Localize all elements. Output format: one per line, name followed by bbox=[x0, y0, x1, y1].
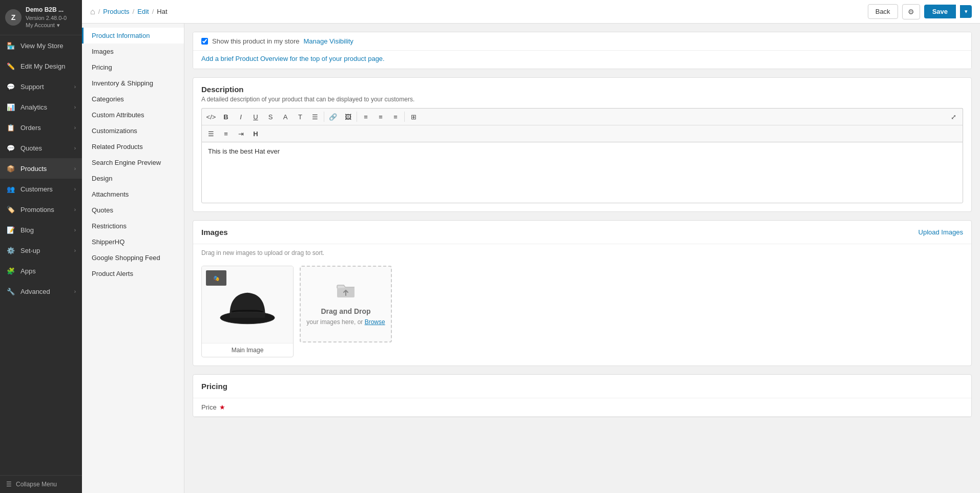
sidebar-item-label-products: Products bbox=[20, 165, 47, 173]
toolbar-separator-1 bbox=[324, 112, 324, 122]
back-button[interactable]: Back bbox=[868, 4, 898, 19]
left-nav-item-categories[interactable]: Categories bbox=[82, 91, 184, 107]
sidebar-item-support[interactable]: 💬Support› bbox=[0, 76, 82, 97]
promotions-icon: 🏷️ bbox=[6, 205, 15, 214]
left-nav-item-custom-attributes[interactable]: Custom Attributes bbox=[82, 107, 184, 123]
toolbar-image-btn[interactable]: 🖼 bbox=[341, 110, 355, 123]
toolbar-font-color-btn[interactable]: A bbox=[278, 110, 293, 123]
customers-icon: 👥 bbox=[6, 184, 15, 194]
support-icon: 💬 bbox=[6, 82, 15, 91]
product-overview-link[interactable]: Add a brief Product Overview for the top… bbox=[201, 55, 385, 62]
left-nav-item-pricing[interactable]: Pricing bbox=[82, 59, 184, 75]
orders-icon: 📋 bbox=[6, 123, 15, 132]
drag-drop-zone[interactable]: Drag and Drop your images here, or Brows… bbox=[300, 266, 392, 342]
sidebar-item-analytics[interactable]: 📊Analytics› bbox=[0, 97, 82, 117]
toolbar-align-left-btn[interactable]: ≡ bbox=[359, 110, 373, 123]
left-nav-panel: Product InformationImagesPricingInventor… bbox=[82, 24, 184, 493]
sidebar-item-apps[interactable]: 🧩Apps bbox=[0, 261, 82, 281]
show-in-store-checkbox[interactable] bbox=[201, 38, 208, 45]
toolbar-heading-btn[interactable]: H bbox=[248, 127, 263, 140]
toolbar-separator-3 bbox=[404, 112, 405, 122]
products-icon: 📦 bbox=[6, 164, 15, 173]
toolbar-underline-btn[interactable]: U bbox=[248, 110, 263, 123]
topbar-actions: Back ⚙ Save ▾ bbox=[868, 4, 972, 19]
chevron-icon-customers: › bbox=[74, 186, 76, 192]
sidebar-item-products[interactable]: 📦Products› bbox=[0, 158, 82, 179]
toolbar-ul-btn[interactable]: ☰ bbox=[204, 127, 218, 140]
editor-toolbar: </> B I U S A T ☰ 🔗 🖼 ≡ ≡ ≡ bbox=[201, 108, 963, 142]
description-subtitle: A detailed description of your product t… bbox=[193, 96, 971, 108]
images-header: Images Upload Images bbox=[193, 221, 971, 244]
toolbar-italic-btn[interactable]: I bbox=[234, 110, 248, 123]
toolbar-fullscreen-btn[interactable]: ⤢ bbox=[946, 110, 961, 123]
toolbar-code-btn[interactable]: </> bbox=[204, 110, 218, 123]
toolbar-strike-btn[interactable]: S bbox=[263, 110, 278, 123]
setup-icon: ⚙️ bbox=[6, 246, 15, 255]
toolbar-text-format-btn[interactable]: T bbox=[293, 110, 307, 123]
price-row: Price ★ bbox=[193, 398, 971, 417]
left-nav-item-design[interactable]: Design bbox=[82, 170, 184, 186]
chevron-icon-support: › bbox=[74, 84, 76, 90]
collapse-menu-button[interactable]: ☰ Collapse Menu bbox=[0, 475, 82, 493]
home-icon[interactable]: ⌂ bbox=[90, 7, 95, 16]
toolbar-align-center-btn[interactable]: ≡ bbox=[373, 110, 388, 123]
left-nav-item-search-engine-preview[interactable]: Search Engine Preview bbox=[82, 155, 184, 170]
main-image-card[interactable]: 🎭 bbox=[201, 266, 294, 357]
toolbar-align-right-btn[interactable]: ≡ bbox=[388, 110, 403, 123]
sidebar-item-set-up[interactable]: ⚙️Set-up› bbox=[0, 240, 82, 261]
blog-icon: 📝 bbox=[6, 225, 15, 234]
toolbar-link-btn[interactable]: 🔗 bbox=[326, 110, 340, 123]
breadcrumb-products[interactable]: Products bbox=[103, 8, 129, 15]
sidebar-item-edit-design[interactable]: ✏️Edit My Design bbox=[0, 56, 82, 76]
left-nav-item-images[interactable]: Images bbox=[82, 44, 184, 59]
left-nav-item-product-information[interactable]: Product Information bbox=[82, 28, 184, 44]
my-account-link[interactable]: My Account ▾ bbox=[26, 22, 67, 29]
left-nav-item-related-products[interactable]: Related Products bbox=[82, 139, 184, 155]
left-nav-item-attachments[interactable]: Attachments bbox=[82, 186, 184, 202]
chevron-icon-analytics: › bbox=[74, 104, 76, 110]
drag-drop-sub: your images here, or Browse bbox=[306, 318, 385, 326]
sidebar-logo: Z Demo B2B ... Version 2.48.0-0 My Accou… bbox=[0, 0, 82, 35]
upload-images-link[interactable]: Upload Images bbox=[919, 228, 963, 236]
sidebar-item-customers[interactable]: 👥Customers› bbox=[0, 179, 82, 199]
sidebar-item-quotes[interactable]: 💬Quotes› bbox=[0, 138, 82, 158]
sidebar-nav: 🏪View My Store✏️Edit My Design💬Support›📊… bbox=[0, 35, 82, 302]
required-star: ★ bbox=[219, 403, 225, 411]
save-dropdown-button[interactable]: ▾ bbox=[960, 5, 972, 18]
chevron-icon-quotes: › bbox=[74, 145, 76, 151]
left-nav-item-restrictions[interactable]: Restrictions bbox=[82, 218, 184, 234]
left-nav-item-customizations[interactable]: Customizations bbox=[82, 123, 184, 139]
pricing-card: Pricing Price ★ bbox=[193, 374, 972, 417]
settings-button[interactable]: ⚙ bbox=[902, 4, 920, 19]
apps-icon: 🧩 bbox=[6, 266, 15, 275]
browse-link[interactable]: Browse bbox=[365, 318, 385, 326]
analytics-icon: 📊 bbox=[6, 102, 15, 112]
toolbar-table-btn[interactable]: ⊞ bbox=[406, 110, 421, 123]
sidebar-item-promotions[interactable]: 🏷️Promotions› bbox=[0, 199, 82, 220]
left-nav-item-product-alerts[interactable]: Product Alerts bbox=[82, 266, 184, 282]
manage-visibility-link[interactable]: Manage Visibility bbox=[304, 37, 353, 45]
breadcrumb-separator-3: / bbox=[152, 8, 154, 15]
description-editor[interactable]: This is the best Hat ever bbox=[201, 142, 963, 203]
sidebar-item-label-promotions: Promotions bbox=[20, 206, 54, 213]
left-nav-item-google-shopping-feed[interactable]: Google Shopping Feed bbox=[82, 250, 184, 266]
left-nav-item-inventory-shipping[interactable]: Inventory & Shipping bbox=[82, 75, 184, 91]
toolbar-indent-btn[interactable]: ⇥ bbox=[234, 127, 248, 140]
price-label: Price ★ bbox=[201, 403, 304, 411]
save-button[interactable]: Save bbox=[924, 5, 956, 18]
hat-image bbox=[217, 279, 278, 330]
sidebar-item-orders[interactable]: 📋Orders› bbox=[0, 117, 82, 138]
show-in-store-label: Show this product in my store bbox=[212, 37, 300, 45]
left-nav-item-quotes[interactable]: Quotes bbox=[82, 202, 184, 218]
topbar: ⌂ / Products / Edit / Hat Back ⚙ Save ▾ bbox=[82, 0, 980, 24]
sidebar-item-blog[interactable]: 📝Blog› bbox=[0, 220, 82, 240]
sidebar-item-view-store[interactable]: 🏪View My Store bbox=[0, 35, 82, 56]
toolbar-bold-btn[interactable]: B bbox=[219, 110, 233, 123]
left-nav-item-shipperhq[interactable]: ShipperHQ bbox=[82, 234, 184, 250]
chevron-icon-products: › bbox=[74, 166, 76, 172]
breadcrumb-edit[interactable]: Edit bbox=[137, 8, 149, 15]
sidebar-item-label-apps: Apps bbox=[20, 267, 36, 275]
sidebar-item-advanced[interactable]: 🔧Advanced› bbox=[0, 281, 82, 302]
toolbar-ol-btn[interactable]: ≡ bbox=[219, 127, 233, 140]
toolbar-list-btn[interactable]: ☰ bbox=[308, 110, 322, 123]
